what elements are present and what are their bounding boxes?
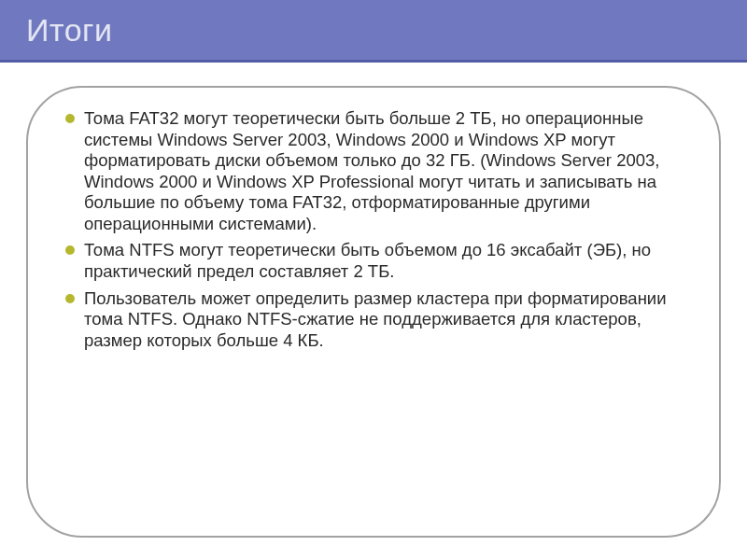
slide-title: Итоги	[26, 12, 112, 49]
bullet-list: Тома FAT32 могут теоретически быть больш…	[65, 108, 689, 357]
slide-content: Тома FAT32 могут теоретически быть больш…	[26, 86, 721, 538]
list-item: Тома FAT32 могут теоретически быть больш…	[65, 108, 689, 234]
slide-header: Итоги	[0, 0, 747, 60]
header-underline	[0, 60, 747, 63]
list-item: Тома NTFS могут теоретически быть объемо…	[65, 240, 689, 282]
list-item: Пользователь может определить размер кла…	[65, 288, 689, 352]
